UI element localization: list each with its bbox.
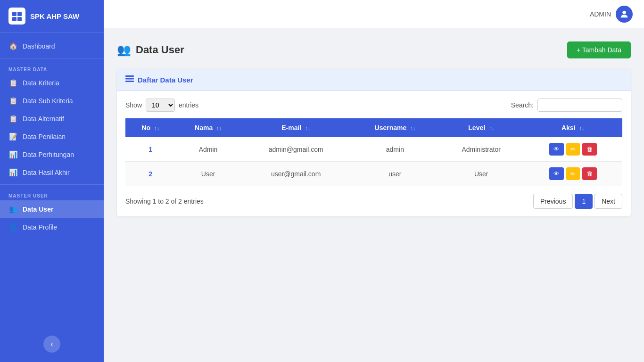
col-no-label: No xyxy=(141,124,150,132)
cell-aksi: 👁 ✏ 🗑 xyxy=(523,137,622,162)
view-button-1[interactable]: 👁 xyxy=(549,167,564,180)
sidebar-logo: SPK AHP SAW xyxy=(0,0,104,33)
card-body: Show 10 25 50 100 entries Search: xyxy=(117,91,631,216)
page-title-text: Data User xyxy=(136,44,184,56)
sidebar-item-label-dashboard: Dashboard xyxy=(23,42,55,50)
table-controls: Show 10 25 50 100 entries Search: xyxy=(125,99,622,112)
add-data-button-label: + Tambah Data xyxy=(577,46,621,54)
dashboard-icon: 🏠 xyxy=(8,42,18,50)
sort-aksi-icon: ↑↓ xyxy=(579,125,584,131)
cell-nama: User xyxy=(176,162,241,186)
topbar: ADMIN xyxy=(104,0,644,28)
page-title: 👥 Data User xyxy=(117,43,184,57)
sidebar-item-label-data-perhitungan: Data Perhitungan xyxy=(23,151,74,158)
showing-text: Showing 1 to 2 of 2 entries xyxy=(125,197,204,205)
cell-username: admin xyxy=(351,137,439,162)
data-penilaian-icon: 📝 xyxy=(8,132,18,141)
next-button[interactable]: Next xyxy=(594,194,622,209)
sort-level-icon: ↑↓ xyxy=(489,125,494,131)
col-username: Username ↑↓ xyxy=(351,118,439,137)
data-alternatif-icon: 📋 xyxy=(8,115,18,123)
col-nama: Nama ↑↓ xyxy=(176,118,241,137)
previous-button[interactable]: Previous xyxy=(533,194,573,209)
card-header-label: Daftar Data User xyxy=(138,76,193,84)
entries-select[interactable]: 10 25 50 100 xyxy=(146,99,175,112)
sidebar-item-label-data-sub-kriteria: Data Sub Kriteria xyxy=(23,97,73,105)
sidebar-item-data-hasil-akhir[interactable]: 📊 Data Hasil Akhir xyxy=(0,164,104,181)
data-user-card: Daftar Data User Show 10 25 50 100 entri… xyxy=(117,69,631,216)
delete-button-1[interactable]: 🗑 xyxy=(582,167,597,180)
data-sub-kriteria-icon: 📋 xyxy=(8,97,18,105)
sidebar-item-data-alternatif[interactable]: 📋 Data Alternatif xyxy=(0,110,104,128)
data-perhitungan-icon: 📊 xyxy=(8,150,18,159)
sidebar-toggle-button[interactable]: ‹ xyxy=(43,336,60,353)
table-row: 2 User user@gmail.com user User 👁 ✏ 🗑 xyxy=(125,162,622,186)
eye-icon: 👁 xyxy=(553,146,560,153)
table-footer: Showing 1 to 2 of 2 entries Previous 1 N… xyxy=(125,194,622,209)
eye-icon: 👁 xyxy=(553,170,560,177)
edit-button-1[interactable]: ✏ xyxy=(566,167,580,180)
previous-label: Previous xyxy=(540,197,566,205)
sidebar-item-dashboard[interactable]: 🏠 Dashboard xyxy=(0,37,104,55)
data-profile-icon: 👤 xyxy=(8,223,18,231)
sidebar-item-data-kriteria[interactable]: 📋 Data Kriteria xyxy=(0,74,104,92)
sort-no-icon: ↑↓ xyxy=(154,125,159,131)
page-title-icon: 👥 xyxy=(117,43,131,57)
cell-level: Administrator xyxy=(439,137,523,162)
search-box: Search: xyxy=(511,99,622,112)
next-label: Next xyxy=(602,197,615,205)
table-header-row: No ↑↓ Nama ↑↓ E-mail ↑↓ xyxy=(125,118,622,137)
sidebar-item-label-data-kriteria: Data Kriteria xyxy=(23,79,59,87)
sidebar: SPK AHP SAW 🏠 Dashboard MASTER DATA 📋 Da… xyxy=(0,0,104,362)
delete-button-0[interactable]: 🗑 xyxy=(582,143,597,156)
section-master-user: MASTER USER xyxy=(0,188,104,200)
sidebar-item-label-data-hasil-akhir: Data Hasil Akhir xyxy=(23,169,70,176)
page-1-button[interactable]: 1 xyxy=(575,194,593,209)
sidebar-item-label-data-user: Data User xyxy=(23,206,53,213)
sidebar-item-data-sub-kriteria[interactable]: 📋 Data Sub Kriteria xyxy=(0,92,104,110)
col-email: E-mail ↑↓ xyxy=(241,118,351,137)
svg-rect-5 xyxy=(125,75,134,77)
page-1-label: 1 xyxy=(582,197,586,205)
chevron-left-icon: ‹ xyxy=(50,340,53,348)
card-header: Daftar Data User xyxy=(117,69,631,91)
search-input[interactable] xyxy=(537,99,622,112)
cell-email: admin@gmail.com xyxy=(241,137,351,162)
table-row: 1 Admin admin@gmail.com admin Administra… xyxy=(125,137,622,162)
cell-no: 1 xyxy=(125,137,176,162)
sidebar-item-data-user[interactable]: 👥 Data User xyxy=(0,200,104,218)
sidebar-nav: 🏠 Dashboard MASTER DATA 📋 Data Kriteria … xyxy=(0,33,104,362)
sidebar-item-data-perhitungan[interactable]: 📊 Data Perhitungan xyxy=(0,146,104,164)
data-hasil-akhir-icon: 📊 xyxy=(8,168,18,177)
logo-icon xyxy=(8,8,25,25)
sidebar-item-label-data-alternatif: Data Alternatif xyxy=(23,115,64,123)
entries-label: entries xyxy=(179,101,198,109)
sidebar-item-data-penilaian[interactable]: 📝 Data Penilaian xyxy=(0,128,104,146)
data-kriteria-icon: 📋 xyxy=(8,79,18,87)
svg-rect-0 xyxy=(12,12,17,16)
cell-aksi: 👁 ✏ 🗑 xyxy=(523,162,622,186)
show-label: Show xyxy=(125,101,142,109)
col-level: Level ↑↓ xyxy=(439,118,523,137)
section-master-data: MASTER DATA xyxy=(0,61,104,74)
topbar-user: ADMIN xyxy=(590,6,633,23)
edit-icon: ✏ xyxy=(570,146,576,153)
cell-level: User xyxy=(439,162,523,186)
sidebar-item-label-data-profile: Data Profile xyxy=(23,223,57,231)
cell-nama: Admin xyxy=(176,137,241,162)
view-button-0[interactable]: 👁 xyxy=(549,143,564,156)
sidebar-item-data-profile[interactable]: 👤 Data Profile xyxy=(0,218,104,236)
page-header: 👥 Data User + Tambah Data xyxy=(117,41,631,58)
svg-point-4 xyxy=(622,10,626,14)
table-icon xyxy=(125,75,134,84)
col-no: No ↑↓ xyxy=(125,118,176,137)
cell-no: 2 xyxy=(125,162,176,186)
edit-icon: ✏ xyxy=(570,170,576,177)
edit-button-0[interactable]: ✏ xyxy=(566,143,580,156)
col-username-label: Username xyxy=(375,124,407,132)
add-data-button[interactable]: + Tambah Data xyxy=(567,41,631,58)
col-aksi-label: Aksi xyxy=(561,124,576,132)
search-label: Search: xyxy=(511,101,534,109)
show-entries: Show 10 25 50 100 entries xyxy=(125,99,198,112)
svg-rect-3 xyxy=(17,17,22,21)
